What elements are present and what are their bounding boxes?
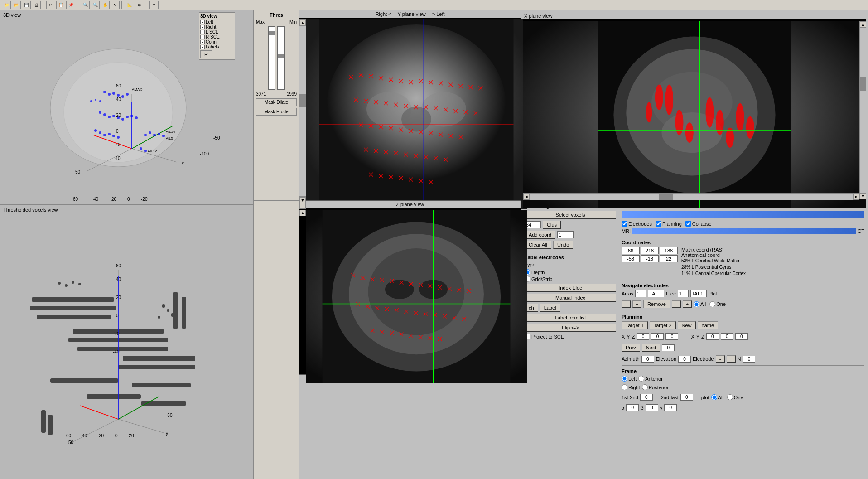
toolbar-btn-5[interactable]: ✂	[46, 1, 55, 9]
thresh-slider-min[interactable]	[277, 26, 285, 90]
toolbar-btn-2[interactable]: 📂	[12, 1, 21, 9]
array-input[interactable]	[635, 290, 646, 297]
beta-input[interactable]	[646, 404, 658, 411]
thresh-handle-max[interactable]	[269, 31, 275, 35]
undo-btn[interactable]: Undo	[553, 241, 573, 249]
toolbar-btn-1[interactable]: 📁	[2, 1, 11, 9]
clear-all-btn[interactable]: Clear All	[525, 241, 551, 249]
planning-checkbox[interactable]	[656, 221, 661, 227]
frame-all-radio[interactable]	[711, 394, 717, 400]
z-plane-brain[interactable]	[306, 210, 527, 383]
prev-btn[interactable]: Prev	[622, 344, 640, 352]
nav-plus-btn[interactable]: +	[632, 300, 641, 308]
z-scroll-down-arrow[interactable]: ▼	[299, 197, 306, 203]
nav-elec-minus[interactable]: -	[672, 300, 681, 308]
alpha-input[interactable]	[626, 404, 639, 411]
toolbar-btn-7[interactable]: 📌	[66, 1, 75, 9]
new-plan-btn[interactable]: New	[678, 321, 696, 329]
y-scroll-up-arrow[interactable]: ▲	[299, 19, 306, 26]
view3d-corin-check[interactable]	[200, 40, 205, 44]
t1-x-input[interactable]	[637, 333, 649, 340]
x-plane-scroll-h[interactable]: ◄ ►	[523, 193, 859, 199]
elec-minus-btn[interactable]: -	[716, 355, 725, 363]
toolbar-btn-6[interactable]: 📋	[56, 1, 65, 9]
clus-btn[interactable]: Clus	[543, 221, 561, 229]
t1-y-input[interactable]	[651, 333, 664, 340]
azimuth-input[interactable]	[641, 356, 654, 363]
y-scroll-thumb-v[interactable]	[299, 94, 306, 107]
post-radio[interactable]	[642, 384, 648, 390]
add-coord-btn[interactable]: Add coord	[525, 231, 555, 239]
manual-index-btn[interactable]: Manual Index	[525, 294, 616, 302]
x-scroll-left-arrow[interactable]: ◄	[523, 194, 530, 200]
elec-input[interactable]	[678, 290, 689, 297]
next-val-input[interactable]	[662, 344, 675, 351]
electrodes-checkbox[interactable]	[622, 221, 627, 227]
select-voxels-btn[interactable]: Select voxels	[525, 211, 616, 219]
toolbar-zoom-out[interactable]: 🔍	[91, 1, 100, 9]
x-scroll-up-arrow[interactable]: ▲	[860, 21, 866, 28]
view3d-lsce-check[interactable]	[200, 30, 205, 34]
view3d-right-check[interactable]	[200, 25, 205, 29]
x-plane-brain[interactable]	[523, 21, 866, 208]
index-elec-btn[interactable]: Index Elec	[525, 284, 616, 292]
y-plane-brain[interactable]	[306, 19, 527, 209]
toolbar-help[interactable]: ?	[149, 1, 159, 9]
t2-x-input[interactable]	[706, 333, 719, 340]
tal1-input[interactable]	[690, 290, 707, 297]
t1-z-input[interactable]	[665, 333, 678, 340]
x-scroll-down-arrow[interactable]: ▼	[860, 193, 866, 199]
collapse-checkbox[interactable]	[685, 221, 691, 227]
thresh-handle-min[interactable]	[278, 54, 284, 58]
left-radio[interactable]	[622, 376, 627, 382]
gamma-input[interactable]	[664, 404, 677, 411]
name-plan-btn[interactable]: name	[698, 321, 719, 329]
target1-btn[interactable]: Target 1	[622, 321, 648, 329]
remove-btn[interactable]: Remove	[643, 300, 670, 308]
y-plane-scroll-left[interactable]: ▲ ▼	[299, 19, 306, 209]
x-scroll-thumb-h[interactable]	[659, 194, 673, 200]
nav-elec-plus[interactable]: +	[683, 300, 692, 308]
toolbar-zoom-in[interactable]: 🔍	[81, 1, 90, 9]
next-btn[interactable]: Next	[642, 344, 661, 352]
x-scroll-thumb[interactable]	[860, 77, 866, 91]
right-radio[interactable]	[622, 384, 627, 390]
view3d-labels-check[interactable]	[200, 45, 205, 49]
toolbar-hand[interactable]: ✋	[101, 1, 110, 9]
thresh-slider-max[interactable]	[268, 26, 275, 90]
mask-dilate-btn[interactable]: Mask Dilate	[256, 98, 297, 106]
toolbar-pointer[interactable]: ↖	[111, 1, 120, 9]
toolbar-electrode[interactable]: ⊕	[135, 1, 144, 9]
x-scroll-right-arrow[interactable]: ►	[853, 194, 859, 200]
plot-one-radio[interactable]	[709, 301, 715, 307]
t2-z-input[interactable]	[735, 333, 748, 340]
elec-plus-btn[interactable]: +	[727, 355, 736, 363]
plot-all-radio[interactable]	[694, 301, 699, 307]
nav-minus-btn[interactable]: -	[622, 300, 631, 308]
label-from-list-btn[interactable]: Label from list	[525, 314, 616, 322]
view3d-left-check[interactable]	[200, 20, 205, 24]
n-input[interactable]	[743, 356, 755, 363]
flip-btn[interactable]: Flip <->	[525, 324, 616, 332]
mri-slider[interactable]	[632, 228, 856, 234]
view3d-rsce-check[interactable]	[200, 35, 205, 39]
thresh-3d-svg: y 50 60 40 20 0 -20 -40 60 40 20 0 -20 -…	[5, 215, 250, 469]
firstsecond-input[interactable]	[640, 394, 653, 401]
z-scroll-up-arrow[interactable]: ▲	[299, 210, 306, 216]
secondlast-input[interactable]	[680, 394, 693, 401]
toolbar-btn-3[interactable]: 💾	[22, 1, 31, 9]
label-btn[interactable]: Label	[540, 304, 560, 312]
toolbar-measure[interactable]: 📐	[125, 1, 134, 9]
view3d-r-button[interactable]: R	[200, 50, 212, 58]
target2-btn[interactable]: Target 2	[650, 321, 676, 329]
mask-erode-btn[interactable]: Mask Erode	[256, 108, 297, 116]
elevation-input[interactable]	[678, 356, 691, 363]
x-plane-scroll-v[interactable]: ▲ ▼	[859, 21, 866, 199]
toolbar-btn-4[interactable]: 🖨	[32, 1, 41, 9]
cluster-input[interactable]	[525, 221, 541, 228]
tal-input[interactable]	[648, 290, 664, 297]
t2-y-input[interactable]	[721, 333, 733, 340]
frame-one-radio[interactable]	[727, 394, 733, 400]
ant-radio[interactable]	[638, 376, 644, 382]
add-coord-input[interactable]	[557, 231, 574, 238]
